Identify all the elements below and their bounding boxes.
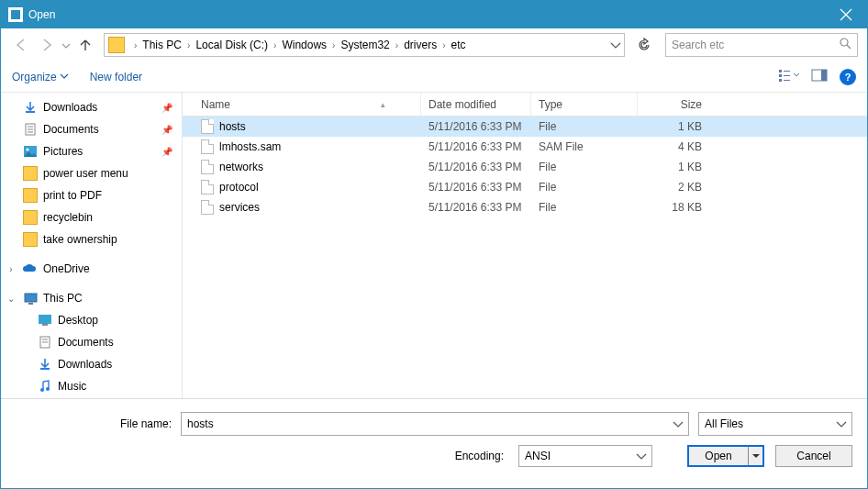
tree-printtopdf[interactable]: print to PDF (1, 184, 182, 206)
open-button[interactable]: Open (687, 445, 764, 467)
tree-takeownership[interactable]: take ownership (1, 228, 182, 250)
column-headers[interactable]: Name▴ Date modified Type Size (183, 93, 867, 117)
expand-icon[interactable]: › (6, 264, 16, 274)
svg-point-19 (27, 149, 29, 151)
folder-icon (108, 37, 125, 53)
downloads-icon (38, 357, 52, 372)
breadcrumb-system32[interactable]: System32 (340, 39, 389, 51)
collapse-icon[interactable]: ⌄ (6, 294, 16, 304)
svg-rect-22 (39, 315, 51, 324)
window-title: Open (28, 8, 55, 21)
file-size: 1 KB (638, 120, 720, 133)
up-button[interactable] (74, 34, 96, 56)
pin-icon: 📌 (161, 125, 172, 135)
tree-thispc[interactable]: ⌄ This PC (1, 287, 182, 309)
file-row[interactable]: hosts5/11/2016 6:33 PMFile1 KB (183, 117, 867, 137)
file-date: 5/11/2016 6:33 PM (421, 201, 531, 214)
col-date[interactable]: Date modified (421, 93, 531, 116)
tree-documents2[interactable]: Documents (1, 331, 182, 353)
chevron-down-icon (62, 44, 70, 49)
new-folder-button[interactable]: New folder (90, 71, 142, 83)
nav-tree[interactable]: Downloads 📌 Documents 📌 Pictures 📌 power… (1, 93, 183, 398)
pin-icon: 📌 (161, 147, 172, 157)
address-dropdown[interactable] (611, 39, 620, 51)
filename-input[interactable]: hosts (181, 412, 689, 436)
tree-pictures[interactable]: Pictures 📌 (1, 140, 182, 162)
documents-icon (38, 335, 52, 350)
view-icon (779, 69, 799, 82)
file-type: File (531, 181, 638, 194)
breadcrumb-c[interactable]: Local Disk (C:) (195, 39, 268, 51)
bottom-panel: File name: hosts All Files Encoding: ANS… (1, 398, 867, 476)
file-type: File (531, 161, 638, 173)
sort-asc-icon: ▴ (381, 100, 385, 109)
encoding-combo[interactable]: ANSI (518, 445, 652, 467)
col-type[interactable]: Type (531, 93, 638, 116)
svg-rect-20 (25, 294, 37, 302)
col-size[interactable]: Size (638, 93, 720, 116)
file-row[interactable]: networks5/11/2016 6:33 PMFile1 KB (183, 157, 867, 177)
search-input[interactable]: Search etc (665, 33, 858, 57)
file-row[interactable]: protocol5/11/2016 6:33 PMFile2 KB (183, 177, 867, 197)
folder-icon (23, 232, 38, 247)
svg-rect-7 (779, 74, 782, 77)
back-button[interactable] (10, 34, 32, 56)
tree-downloads[interactable]: Downloads 📌 (1, 96, 182, 118)
svg-rect-27 (40, 368, 50, 370)
tree-desktop[interactable]: Desktop (1, 309, 182, 331)
music-icon (38, 379, 52, 394)
search-icon (840, 38, 851, 52)
file-name: services (219, 201, 260, 214)
file-icon (201, 139, 214, 154)
svg-rect-0 (11, 10, 20, 19)
cancel-button[interactable]: Cancel (775, 445, 852, 467)
encoding-label: Encoding: (455, 450, 504, 462)
history-dropdown[interactable] (61, 39, 71, 51)
svg-line-4 (847, 45, 851, 49)
refresh-button[interactable] (632, 33, 656, 57)
tree-documents[interactable]: Documents 📌 (1, 118, 182, 140)
preview-pane-button[interactable] (812, 70, 827, 83)
address-bar[interactable]: › This PC › Local Disk (C:) › Windows › … (104, 33, 625, 57)
toolbar: Organize New folder ? (1, 61, 867, 93)
file-row[interactable]: services5/11/2016 6:33 PMFile18 KB (183, 197, 867, 217)
tree-pictures2[interactable]: Pictures (1, 397, 182, 398)
tree-music[interactable]: Music (1, 375, 182, 397)
file-date: 5/11/2016 6:33 PM (421, 161, 531, 173)
tree-recyclebin[interactable]: recyclebin (1, 206, 182, 228)
col-name[interactable]: Name▴ (183, 93, 421, 116)
view-options-button[interactable] (779, 69, 799, 84)
pin-icon: 📌 (161, 103, 172, 113)
file-name: hosts (219, 120, 246, 133)
svg-rect-12 (821, 70, 827, 81)
tree-powerusermenu[interactable]: power user menu (1, 162, 182, 184)
close-button[interactable] (825, 1, 867, 28)
refresh-icon (638, 39, 651, 51)
chevron-down-icon[interactable] (673, 417, 683, 430)
svg-rect-21 (28, 303, 33, 305)
file-filter-combo[interactable]: All Files (698, 412, 852, 436)
tree-onedrive[interactable]: › OneDrive (1, 258, 182, 280)
file-icon (201, 160, 214, 174)
breadcrumb-etc[interactable]: etc (451, 39, 466, 51)
file-type: File (531, 201, 638, 214)
help-button[interactable]: ? (840, 69, 856, 85)
filename-label: File name: (16, 417, 181, 430)
breadcrumb-windows[interactable]: Windows (282, 39, 327, 51)
breadcrumb-thispc[interactable]: This PC (142, 39, 182, 51)
folder-icon (23, 210, 38, 225)
preview-pane-icon (812, 70, 827, 81)
open-split-dropdown[interactable] (748, 447, 762, 465)
tree-downloads2[interactable]: Downloads (1, 353, 182, 375)
breadcrumb-sep: › (134, 40, 137, 50)
file-name: networks (219, 161, 263, 173)
file-row[interactable]: lmhosts.sam5/11/2016 6:33 PMSAM File4 KB (183, 137, 867, 157)
arrow-left-icon (14, 38, 28, 52)
main-area: Downloads 📌 Documents 📌 Pictures 📌 power… (1, 93, 867, 398)
file-date: 5/11/2016 6:33 PM (421, 120, 531, 133)
file-icon (201, 119, 214, 134)
organize-menu[interactable]: Organize (12, 71, 68, 83)
pictures-icon (23, 144, 38, 159)
breadcrumb-drivers[interactable]: drivers (404, 39, 437, 51)
forward-button[interactable] (36, 34, 58, 56)
